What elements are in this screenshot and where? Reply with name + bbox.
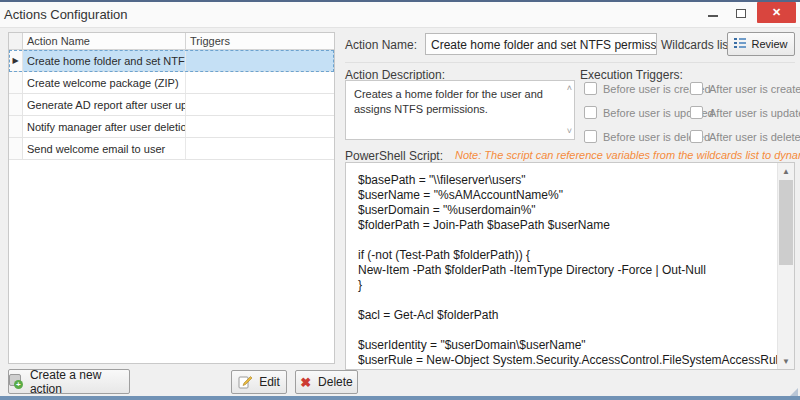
minimize-button[interactable] <box>700 2 726 24</box>
checkbox-label: After user is created <box>709 83 800 95</box>
action-description-text: Creates a home folder for the user and a… <box>346 81 574 117</box>
cell-action-name: Notify manager after user deletion <box>23 116 186 137</box>
table-row[interactable]: Create welcome package (ZIP) <box>9 72 334 94</box>
review-button-label: Review <box>751 38 787 50</box>
column-header-action-name[interactable]: Action Name <box>23 33 186 49</box>
pencil-icon <box>238 375 252 389</box>
checkbox-icon[interactable] <box>584 106 597 119</box>
scrollbar-thumb[interactable] <box>779 180 793 265</box>
checkbox-after-created[interactable]: After user is created <box>690 82 800 95</box>
checkbox-after-updated[interactable]: After user is updated <box>690 106 800 119</box>
checkbox-label: After user is deleted <box>709 131 800 143</box>
cell-triggers <box>186 138 334 159</box>
edit-button[interactable]: Edit <box>231 370 287 394</box>
execution-triggers-label: Execution Triggers: <box>580 68 683 82</box>
titlebar: Actions Configuration ✕ <box>0 2 800 28</box>
delete-x-icon: ✖ <box>300 376 311 389</box>
row-selector-header <box>9 33 23 49</box>
scroll-up-icon[interactable]: ˄ <box>567 84 572 93</box>
create-button-label: Create a new action <box>30 368 129 396</box>
column-header-triggers[interactable]: Triggers <box>186 33 334 49</box>
cell-action-name: Send welcome email to user <box>23 138 186 159</box>
action-name-label: Action Name: <box>345 38 417 52</box>
row-selector <box>9 94 23 115</box>
cell-triggers <box>186 72 334 93</box>
row-selector <box>9 116 23 137</box>
cell-action-name: Create welcome package (ZIP) <box>23 72 186 93</box>
table-header: Action Name Triggers <box>9 33 334 50</box>
cell-action-name: Generate AD report after user update <box>23 94 186 115</box>
close-button[interactable]: ✕ <box>757 2 796 23</box>
row-selector <box>9 72 23 93</box>
close-icon: ✕ <box>772 6 781 19</box>
checkbox-icon[interactable] <box>584 82 597 95</box>
script-note: Note: The script can reference variables… <box>455 149 800 161</box>
delete-button[interactable]: ✖ Delete <box>295 370 358 394</box>
wildcards-list-label: Wildcards list: <box>661 38 735 52</box>
cell-triggers <box>186 50 334 71</box>
new-action-icon: + <box>9 374 23 389</box>
checkbox-icon[interactable] <box>690 82 703 95</box>
table-row[interactable]: Notify manager after user deletion <box>9 116 334 138</box>
cell-triggers <box>186 94 334 115</box>
powershell-script-text: $basePath = "\\fileserver\users" $userNa… <box>346 163 794 370</box>
scroll-down-icon[interactable]: ▼ <box>778 353 794 369</box>
action-description-textarea[interactable]: Creates a home folder for the user and a… <box>345 80 575 140</box>
actions-configuration-window: Actions Configuration ✕ Action Name Trig… <box>0 0 800 400</box>
review-button[interactable]: Review <box>727 32 795 56</box>
checkbox-label: After user is updated <box>709 107 800 119</box>
list-icon <box>734 38 746 50</box>
row-selector-arrow-icon: ▶ <box>9 50 23 71</box>
cell-action-name: Create home folder and set NTFS permis..… <box>23 50 186 71</box>
minimize-icon <box>708 15 718 17</box>
maximize-button[interactable] <box>728 2 754 24</box>
resize-grip[interactable] <box>790 388 798 396</box>
create-new-action-button[interactable]: + Create a new action <box>8 369 130 394</box>
checkbox-after-deleted[interactable]: After user is deleted <box>690 130 800 143</box>
table-row[interactable]: Send welcome email to user <box>9 138 334 160</box>
powershell-script-textarea[interactable]: $basePath = "\\fileserver\users" $userNa… <box>345 162 795 370</box>
checkbox-icon[interactable] <box>690 130 703 143</box>
scroll-up-icon[interactable]: ▲ <box>778 163 794 179</box>
table-row[interactable]: ▶ Create home folder and set NTFS permis… <box>9 50 334 72</box>
scroll-down-icon[interactable]: ˅ <box>567 127 572 136</box>
edit-button-label: Edit <box>259 375 280 389</box>
row-selector <box>9 138 23 159</box>
powershell-script-label: PowerShell Script: <box>345 149 443 163</box>
delete-button-label: Delete <box>318 375 353 389</box>
action-name-input[interactable]: Create home folder and set NTFS permissi… <box>425 33 657 55</box>
table-row[interactable]: Generate AD report after user update <box>9 94 334 116</box>
checkbox-icon[interactable] <box>690 106 703 119</box>
section-divider <box>345 62 795 63</box>
maximize-icon <box>736 9 746 18</box>
window-title: Actions Configuration <box>4 7 128 22</box>
cell-triggers <box>186 116 334 137</box>
actions-table: Action Name Triggers ▶ Create home folde… <box>8 32 335 364</box>
script-scrollbar[interactable]: ▲ ▼ <box>777 163 794 369</box>
checkbox-icon[interactable] <box>584 130 597 143</box>
